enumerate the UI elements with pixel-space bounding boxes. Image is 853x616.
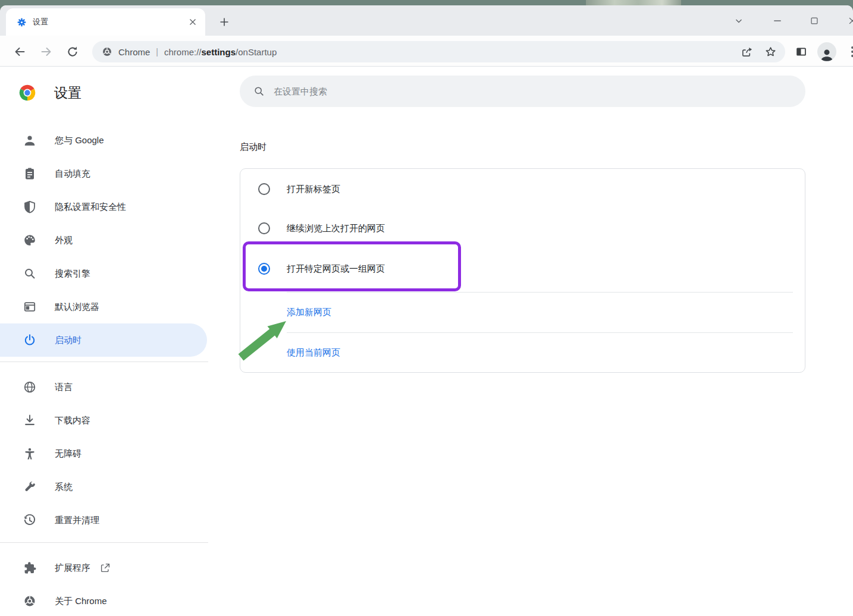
download-icon [23,414,36,427]
profile-avatar[interactable] [817,42,836,61]
add-new-page-button[interactable]: 添加新网页 [240,292,805,332]
sidebar-item-system[interactable]: 系统 [0,470,208,504]
sidebar-item-label: 启动时 [55,335,81,346]
use-current-pages-label: 使用当前网页 [287,347,340,359]
use-current-pages-button[interactable]: 使用当前网页 [240,332,805,373]
share-button[interactable] [739,44,754,59]
sidebar-item-languages[interactable]: 语言 [0,370,208,404]
palette-icon [23,234,36,247]
wrench-icon [23,480,36,494]
sidebar-item-search-engine[interactable]: 搜索引擎 [0,257,208,290]
shield-icon [23,200,36,213]
browser-window-icon [23,300,36,313]
close-icon [847,15,853,26]
tab-search-chevron-icon [733,15,744,26]
close-icon [189,18,196,26]
search-icon [23,267,36,280]
person-icon [23,134,36,147]
url-scheme: chrome:// [164,47,202,57]
tab-close-button[interactable] [186,15,199,29]
sidebar-item-label: 系统 [55,482,73,493]
tab-title: 设置 [33,17,186,27]
address-bar[interactable]: Chrome | chrome://settings/onStartup [92,41,785,62]
sidebar-item-label: 语言 [55,382,73,393]
history-icon [23,514,36,527]
option-label: 打开新标签页 [287,184,340,195]
section-title: 启动时 [240,142,266,153]
external-link-icon [100,562,111,573]
tab-strip: 设置 [0,5,853,36]
sidebar-item-label: 下载内容 [55,415,90,426]
maximize-button[interactable] [807,13,822,29]
share-icon [741,46,753,58]
settings-search[interactable] [240,76,805,107]
settings-page: 设置 您与 Google 自动填充 [0,67,853,616]
sidebar-item-accessibility[interactable]: 无障碍 [0,437,208,470]
sidebar-item-label: 扩展程序 [55,562,90,574]
sidebar-item-on-startup[interactable]: 启动时 [0,323,207,357]
search-icon [253,86,265,97]
annotation-highlight-box [243,241,461,291]
tab-settings[interactable]: 设置 [6,8,205,36]
gear-icon [17,17,27,27]
site-label: Chrome [118,47,150,57]
overflow-menu-button[interactable] [849,44,853,59]
sidebar-item-label: 您与 Google [55,135,104,146]
sidebar-item-label: 默认浏览器 [55,301,99,313]
sidebar-item-autofill[interactable]: 自动填充 [0,157,208,190]
bookmark-star-icon [764,46,777,58]
back-icon [13,45,26,58]
url-text: chrome://settings/onStartup [164,47,277,57]
back-button[interactable] [12,44,27,59]
plus-icon [219,17,229,27]
sidebar-item-downloads[interactable]: 下载内容 [0,404,208,437]
sidebar-item-appearance[interactable]: 外观 [0,224,208,257]
tab-search-button[interactable] [731,13,747,29]
power-icon [23,334,36,347]
radio-unselected-icon[interactable] [258,183,270,195]
sidebar-item-default-browser[interactable]: 默认浏览器 [0,290,208,323]
chrome-logo-icon [23,595,36,608]
sidebar-item-label: 隐私设置和安全性 [55,202,126,213]
settings-header: 设置 [18,83,81,102]
bookmark-button[interactable] [763,44,778,59]
reload-button[interactable] [65,44,80,59]
accessibility-icon [23,447,36,460]
sidebar-item-label: 自动填充 [55,168,90,180]
sidebar-item-you-and-google[interactable]: 您与 Google [0,124,208,157]
toolbar: Chrome | chrome://settings/onStartup [0,36,853,67]
sidebar-item-label: 外观 [55,235,73,246]
sidebar-item-label: 无障碍 [55,448,81,460]
sidebar-divider [0,542,208,543]
maximize-icon [809,15,820,26]
url-section: settings [202,47,236,57]
close-window-button[interactable] [845,13,853,29]
add-new-page-label: 添加新网页 [287,307,331,318]
screen: 设置 [0,0,853,616]
sidebar-divider [0,362,208,362]
new-tab-button[interactable] [216,14,233,30]
browser-window: 设置 [0,5,853,616]
forward-icon [40,45,53,58]
forward-button[interactable] [39,44,54,59]
sidebar-item-extensions[interactable]: 扩展程序 [0,551,208,584]
sidebar-item-about-chrome[interactable]: 关于 Chrome [0,584,208,616]
sidebar-item-label: 搜索引擎 [55,268,90,279]
minimize-icon [772,15,783,26]
minimize-button[interactable] [770,13,785,29]
option-label: 继续浏览上次打开的网页 [287,223,385,234]
radio-unselected-icon[interactable] [258,222,270,234]
person-icon [819,47,835,61]
puzzle-icon [23,561,36,574]
page-title: 设置 [54,84,81,102]
settings-search-input[interactable] [274,86,690,96]
url-separator: | [156,47,158,56]
sidebar-item-privacy-security[interactable]: 隐私设置和安全性 [0,190,208,224]
sidebar-item-reset-cleanup[interactable]: 重置并清理 [0,504,208,537]
globe-icon [23,381,36,394]
desktop-wallpaper-fragment [586,0,681,5]
reload-icon [66,45,79,58]
chrome-glyph-icon [102,46,112,57]
option-open-new-tab[interactable]: 打开新标签页 [240,169,805,209]
side-panel-button[interactable] [794,44,809,59]
